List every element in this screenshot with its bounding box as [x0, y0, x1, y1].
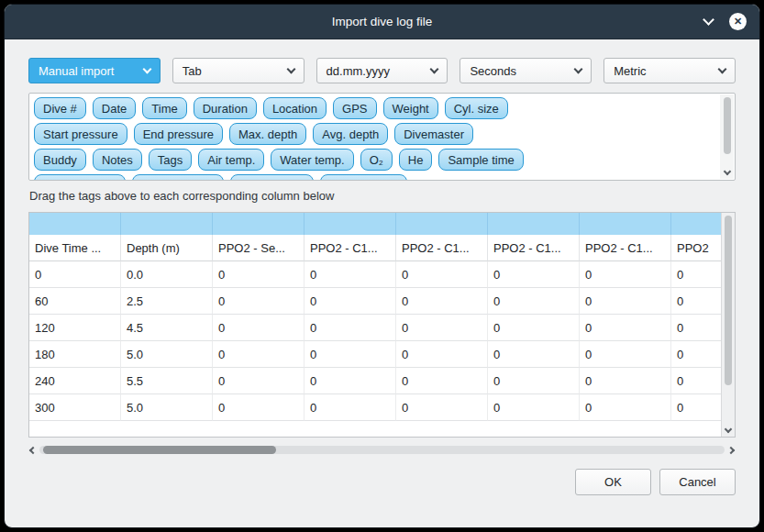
table-cell: 0 — [580, 341, 671, 368]
table-viewport: Dive Time ...Depth (m)PPO2 - Se...PPO2 -… — [29, 213, 721, 437]
table-cell: 120 — [29, 315, 121, 341]
ok-button[interactable]: OK — [575, 469, 651, 495]
table-cell: 0 — [396, 368, 488, 394]
tag[interactable]: Duration — [194, 97, 257, 119]
tag[interactable]: End pressure — [134, 123, 223, 145]
drop-target-cell[interactable] — [304, 213, 396, 235]
table-cell: 0 — [304, 261, 396, 288]
table-cell: 0 — [671, 288, 721, 315]
duration-format-value: Seconds — [470, 64, 516, 78]
table-cell: 0 — [580, 288, 671, 315]
tag[interactable]: Sample CNS — [320, 174, 407, 181]
table-scrollbar[interactable] — [721, 213, 735, 437]
table-row: 602.5000000 — [29, 288, 721, 315]
table-scrollbar-thumb[interactable] — [725, 216, 732, 385]
table-cell: 0 — [488, 394, 580, 421]
tag[interactable]: Divemaster — [394, 123, 473, 145]
cancel-button[interactable]: Cancel — [659, 469, 736, 495]
tag[interactable]: Dive # — [34, 97, 86, 119]
table-header-row: Dive Time ...Depth (m)PPO2 - Se...PPO2 -… — [29, 235, 721, 261]
table-cell: 0 — [304, 394, 396, 421]
tag[interactable]: Air temp. — [198, 149, 264, 171]
tag[interactable]: Time — [142, 97, 186, 119]
drop-target-cell[interactable] — [671, 213, 721, 235]
tagbox-scrollbar-thumb[interactable] — [724, 97, 731, 154]
close-icon[interactable]: ✕ — [729, 13, 747, 30]
import-mode-select[interactable]: Manual import — [28, 58, 161, 83]
drop-target-cell[interactable] — [213, 213, 304, 235]
table-row: 00.0000000 — [29, 261, 721, 288]
scroll-down-icon[interactable] — [725, 426, 732, 433]
scroll-down-icon[interactable] — [723, 168, 730, 175]
tag[interactable]: Buddy — [34, 149, 86, 171]
tag[interactable]: Location — [263, 97, 327, 119]
titlebar-controls: ✕ — [704, 5, 747, 39]
chevron-down-icon — [430, 65, 439, 74]
table-cell: 0.0 — [121, 261, 213, 288]
drop-target-cell[interactable] — [488, 213, 580, 235]
chevron-down-icon — [574, 65, 583, 74]
table-cell: 2.5 — [121, 288, 213, 315]
import-table: Dive Time ...Depth (m)PPO2 - Se...PPO2 -… — [28, 212, 736, 438]
table-cell: 4.5 — [121, 315, 213, 341]
horizontal-scrollbar[interactable] — [28, 443, 736, 457]
table-cell: 0 — [580, 315, 671, 341]
table-cell: 5.0 — [121, 394, 213, 421]
table-cell: 0 — [488, 368, 580, 394]
drop-target-cell[interactable] — [396, 213, 488, 235]
column-header: Depth (m) — [121, 235, 213, 261]
scroll-right-icon[interactable] — [727, 446, 735, 453]
tag[interactable]: Sample temp. — [132, 174, 224, 181]
tagbox-scrollbar[interactable] — [720, 94, 734, 179]
table-cell: 0 — [396, 394, 488, 421]
table-cell: 0 — [213, 368, 304, 394]
separator-select[interactable]: Tab — [172, 58, 304, 83]
titlebar-chevron-icon[interactable] — [703, 14, 714, 26]
hscroll-thumb[interactable] — [43, 446, 276, 454]
button-row: OK Cancel — [28, 469, 736, 495]
tag[interactable]: GPS — [333, 97, 376, 119]
table-cell: 0 — [488, 341, 580, 368]
tag-box: Dive #DateTimeDurationLocationGPSWeightC… — [28, 93, 736, 181]
tag[interactable]: Weight — [383, 97, 438, 119]
chevron-down-icon — [718, 65, 727, 74]
tag[interactable]: Date — [93, 97, 136, 119]
drop-target-cell[interactable] — [29, 213, 121, 235]
column-header: PPO2 - C1... — [488, 235, 580, 261]
tag[interactable]: Sample depth — [34, 174, 126, 181]
column-header: PPO2 - C1... — [580, 235, 671, 261]
tag[interactable]: Sample pO₂ — [230, 174, 313, 181]
tag-row: Start pressureEnd pressureMax. depthAvg.… — [34, 123, 716, 145]
drop-target-cell[interactable] — [121, 213, 213, 235]
tag[interactable]: Water temp. — [271, 149, 353, 171]
table-cell: 0 — [304, 341, 396, 368]
titlebar[interactable]: Import dive log file ✕ — [5, 5, 759, 39]
tag[interactable]: O₂ — [360, 149, 393, 171]
scroll-left-icon[interactable] — [29, 446, 37, 453]
table-cell: 0 — [671, 315, 721, 341]
units-select[interactable]: Metric — [603, 58, 736, 83]
table-cell: 0 — [213, 394, 304, 421]
table-cell: 180 — [29, 341, 121, 368]
tag[interactable]: Notes — [93, 149, 142, 171]
drop-target-cell[interactable] — [580, 213, 671, 235]
tag[interactable]: Max. depth — [229, 123, 306, 145]
table-row: 1805.0000000 — [29, 341, 721, 368]
tag[interactable]: Sample time — [438, 149, 523, 171]
date-format-select[interactable]: dd.mm.yyyy — [316, 58, 448, 83]
tag[interactable]: Cyl. size — [445, 97, 508, 119]
hscroll-track[interactable] — [39, 446, 725, 454]
units-value: Metric — [614, 64, 646, 78]
tag[interactable]: Avg. depth — [313, 123, 388, 145]
tag[interactable]: Tags — [149, 149, 192, 171]
instruction-label: Drag the tags above to each correspondin… — [29, 189, 736, 205]
table-body: 00.0000000602.50000001204.50000001805.00… — [29, 261, 721, 421]
table-cell: 60 — [29, 288, 121, 315]
table-cell: 0 — [396, 315, 488, 341]
table-cell: 0 — [488, 261, 580, 288]
tag[interactable]: Start pressure — [34, 123, 127, 145]
table-row: 3005.0000000 — [29, 394, 721, 421]
table-cell: 0 — [671, 341, 721, 368]
tag[interactable]: He — [399, 149, 433, 171]
duration-format-select[interactable]: Seconds — [460, 58, 592, 83]
